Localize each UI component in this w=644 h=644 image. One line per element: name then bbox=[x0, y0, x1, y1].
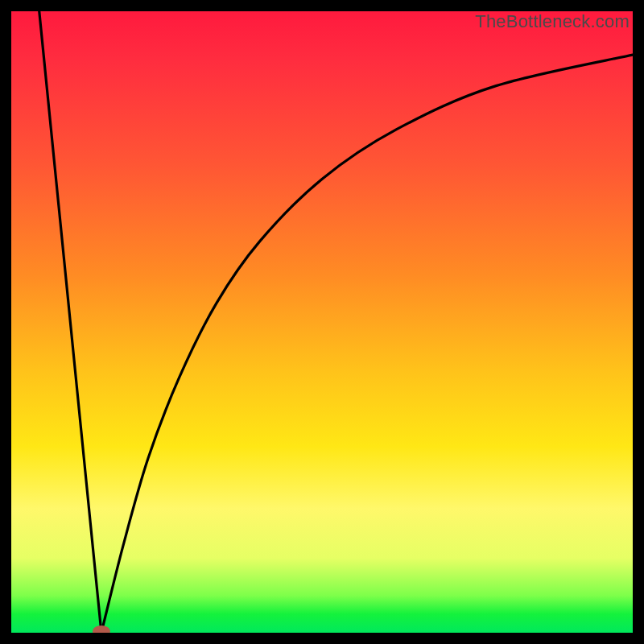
curve-left-branch bbox=[39, 11, 101, 633]
chart-svg bbox=[11, 11, 633, 633]
minimum-marker bbox=[93, 625, 110, 633]
chart-frame: TheBottleneck.com bbox=[11, 11, 633, 633]
watermark-text: TheBottleneck.com bbox=[475, 11, 630, 32]
curve-right-branch bbox=[101, 55, 633, 633]
